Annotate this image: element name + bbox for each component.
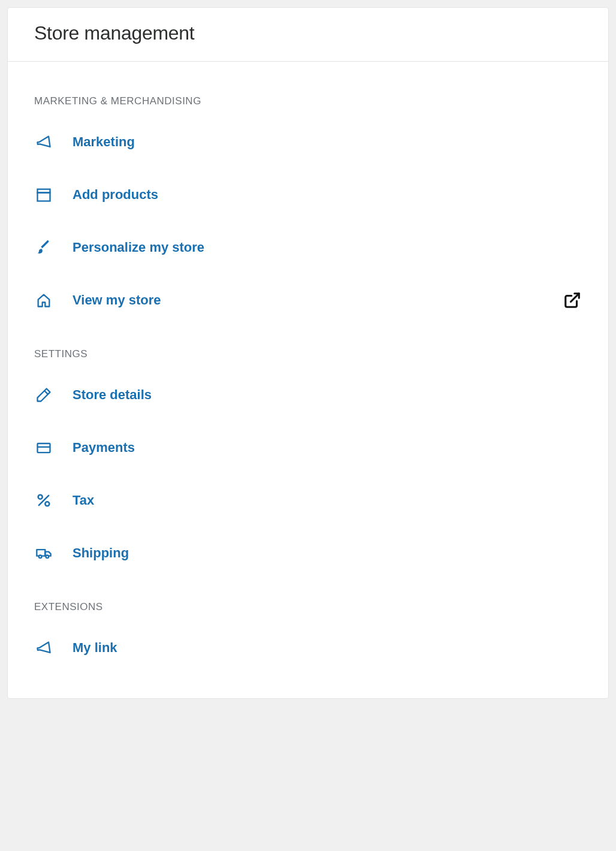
truck-icon [34, 544, 53, 563]
section-header: MARKETING & MERCHANDISING [34, 74, 582, 116]
menu-shipping[interactable]: Shipping [34, 527, 582, 580]
menu-item-label: Personalize my store [73, 240, 582, 255]
section-header: SETTINGS [34, 327, 582, 369]
menu-add-products[interactable]: Add products [34, 168, 582, 221]
menu-item-label: Add products [73, 187, 582, 203]
home-icon [34, 291, 53, 310]
store-management-panel: Store management MARKETING & MERCHANDISI… [7, 7, 609, 699]
menu-item-label: View my store [73, 292, 563, 308]
section-header: EXTENSIONS [34, 580, 582, 621]
menu-item-label: Payments [73, 440, 582, 455]
brush-icon [34, 238, 53, 257]
megaphone-icon [34, 132, 53, 152]
external-link-icon [563, 291, 582, 310]
menu-payments[interactable]: Payments [34, 421, 582, 474]
menu-item-label: Marketing [73, 134, 582, 150]
menu-my-link[interactable]: My link [34, 621, 582, 674]
percent-icon [34, 491, 53, 510]
menu-item-label: Store details [73, 387, 582, 403]
pencil-icon [34, 385, 53, 405]
menu-item-label: Tax [73, 493, 582, 508]
megaphone-icon [34, 638, 53, 657]
menu-item-label: Shipping [73, 545, 582, 561]
panel-title: Store management [34, 22, 582, 44]
panel-body: MARKETING & MERCHANDISINGMarketingAdd pr… [8, 62, 608, 698]
menu-view-store[interactable]: View my store [34, 274, 582, 327]
menu-tax[interactable]: Tax [34, 474, 582, 527]
panel-header: Store management [8, 8, 608, 62]
menu-personalize-store[interactable]: Personalize my store [34, 221, 582, 274]
archive-icon [34, 185, 53, 204]
menu-item-label: My link [73, 640, 582, 656]
menu-marketing[interactable]: Marketing [34, 116, 582, 168]
menu-store-details[interactable]: Store details [34, 369, 582, 421]
card-icon [34, 438, 53, 457]
